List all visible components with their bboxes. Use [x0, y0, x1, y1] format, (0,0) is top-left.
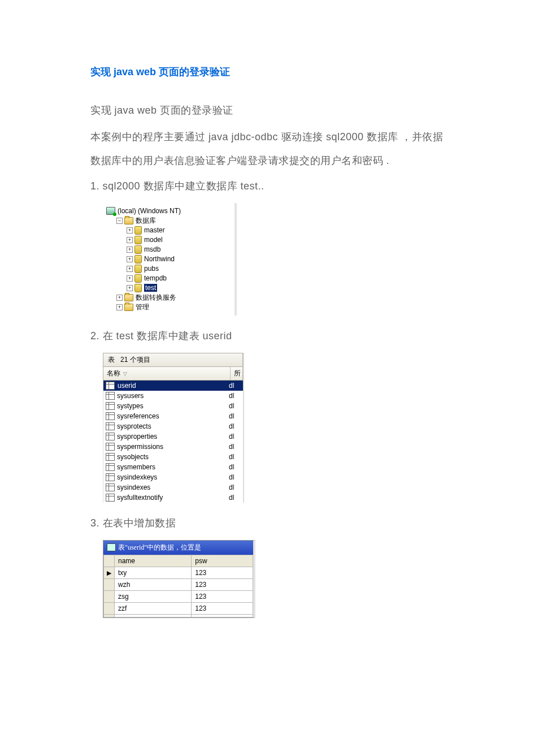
table-row[interactable]: sysindexesdl: [103, 482, 243, 493]
step-1: 1. sql2000 数据库中建立数据库 test..: [90, 176, 444, 197]
page-title: 实现 java web 页面的登录验证: [90, 65, 444, 79]
table-row[interactable]: sysindexkeysdl: [103, 472, 243, 482]
tree-db-node[interactable]: +model: [106, 235, 222, 245]
tables-list-screenshot: 表 21 个项目 名称 ▽ 所 useriddlsysusersdlsystyp…: [103, 353, 444, 503]
intro-line-1: 实现 java web 页面的登录验证: [90, 99, 444, 122]
table-icon: [106, 473, 115, 481]
tree-dts-folder[interactable]: + 数据转换服务: [106, 293, 222, 303]
cell-name[interactable]: zsg: [115, 590, 192, 602]
table-name: sysindexes: [117, 483, 150, 491]
table-row[interactable]: sysfulltextnotifydl: [103, 493, 243, 503]
grid-titlebar[interactable]: 表"userid"中的数据，位置是: [103, 541, 253, 555]
server-icon: [106, 207, 115, 215]
collapse-icon[interactable]: −: [116, 218, 123, 224]
database-icon: [134, 274, 142, 283]
tree-db-node[interactable]: +msdb: [106, 245, 222, 254]
expand-icon[interactable]: +: [116, 295, 123, 301]
table-row[interactable]: sysusersdl: [103, 391, 243, 401]
data-grid[interactable]: name psw ▶txy123wzh123zsg123zzf123: [103, 555, 253, 617]
table-row[interactable]: sysmembersdl: [103, 462, 243, 472]
table-owner: dl: [227, 401, 243, 411]
tables-list[interactable]: 表 21 个项目 名称 ▽ 所 useriddlsysusersdlsystyp…: [103, 353, 244, 503]
db-label: Northwind: [144, 255, 175, 263]
table-icon: [106, 382, 115, 390]
column-name[interactable]: 名称: [107, 369, 120, 377]
table-owner: dl: [227, 452, 243, 462]
tree-db-test[interactable]: + test: [106, 283, 222, 293]
table-owner: dl: [227, 442, 243, 452]
table-icon: [106, 443, 115, 451]
tree-db-node[interactable]: +master: [106, 226, 222, 235]
cell-name[interactable]: zzf: [115, 602, 192, 614]
window-title: 表"userid"中的数据，位置是: [118, 543, 201, 552]
cell-psw[interactable]: 123: [192, 567, 253, 578]
table-icon: [106, 494, 115, 502]
tree-databases-folder[interactable]: − 数据库: [106, 216, 222, 226]
expand-icon[interactable]: +: [127, 285, 133, 291]
expand-icon[interactable]: +: [127, 247, 133, 253]
cell-name[interactable]: wzh: [115, 578, 192, 590]
tree-server-node[interactable]: (local) (Windows NT): [106, 206, 222, 216]
table-name: sysmembers: [117, 463, 155, 471]
row-selector[interactable]: [104, 590, 115, 602]
table-row[interactable]: systypesdl: [103, 401, 243, 411]
table-icon: [106, 433, 115, 440]
grid-row[interactable]: zzf123: [104, 602, 253, 614]
row-selector[interactable]: [104, 602, 115, 614]
db-label: test: [144, 284, 157, 292]
cell-psw[interactable]: 123: [192, 602, 253, 614]
tables-title-bar: 表 21 个项目: [103, 353, 243, 366]
grid-col-psw[interactable]: psw: [192, 555, 253, 567]
grid-row[interactable]: wzh123: [104, 578, 253, 590]
folder-label: 管理: [136, 303, 149, 312]
document-page: 实现 java web 页面的登录验证 实现 java web 页面的登录验证 …: [0, 0, 534, 662]
table-icon: [106, 402, 115, 410]
db-label: tempdb: [144, 274, 167, 282]
db-tree-screenshot: (local) (Windows NT) − 数据库 +master+model…: [103, 203, 444, 316]
tree-view[interactable]: (local) (Windows NT) − 数据库 +master+model…: [103, 203, 237, 316]
data-grid-window[interactable]: 表"userid"中的数据，位置是 name psw ▶txy123wzh123…: [103, 540, 255, 618]
database-icon: [134, 255, 142, 263]
expand-icon[interactable]: +: [127, 266, 133, 272]
database-icon: [134, 284, 142, 292]
table-row[interactable]: sysobjectsdl: [103, 452, 243, 462]
cell-name[interactable]: txy: [115, 567, 192, 578]
row-selector[interactable]: ▶: [104, 567, 115, 578]
grid-row[interactable]: ▶txy123: [104, 567, 253, 578]
expand-icon[interactable]: +: [116, 304, 123, 310]
folder-icon: [124, 294, 133, 301]
table-icon: [106, 422, 115, 430]
table-name: sysproperties: [117, 433, 157, 440]
expand-icon[interactable]: +: [127, 227, 133, 234]
row-selector[interactable]: [104, 578, 115, 590]
select-all-corner[interactable]: [104, 555, 115, 567]
tree-mgmt-folder[interactable]: + 管理: [106, 303, 222, 312]
database-icon: [134, 245, 142, 254]
table-icon: [106, 392, 115, 400]
table-owner: dl: [227, 431, 243, 442]
database-icon: [134, 265, 142, 273]
tables-count: 21 个项目: [120, 355, 150, 365]
column-owner[interactable]: 所: [234, 369, 241, 377]
tree-db-node[interactable]: +tempdb: [106, 274, 222, 283]
folder-icon: [124, 304, 133, 311]
cell-psw[interactable]: 123: [192, 578, 253, 590]
expand-icon[interactable]: +: [127, 256, 133, 262]
tree-db-node[interactable]: +pubs: [106, 264, 222, 274]
table-row[interactable]: sysreferencesdl: [103, 411, 243, 421]
server-label: (local) (Windows NT): [118, 207, 181, 215]
table-name: sysprotects: [117, 422, 151, 430]
tables-header[interactable]: 名称 ▽ 所: [103, 366, 243, 381]
expand-icon[interactable]: +: [127, 237, 133, 243]
expand-icon[interactable]: +: [127, 275, 133, 282]
table-owner: dl: [227, 472, 243, 482]
table-owner: dl: [227, 421, 243, 431]
cell-psw[interactable]: 123: [192, 590, 253, 602]
grid-row[interactable]: zsg123: [104, 590, 253, 602]
table-row[interactable]: syspermissionsdl: [103, 442, 243, 452]
table-row[interactable]: syspropertiesdl: [103, 431, 243, 442]
tree-db-node[interactable]: +Northwind: [106, 254, 222, 264]
grid-col-name[interactable]: name: [115, 555, 192, 567]
table-row[interactable]: sysprotectsdl: [103, 421, 243, 431]
table-row[interactable]: useriddl: [103, 381, 243, 391]
